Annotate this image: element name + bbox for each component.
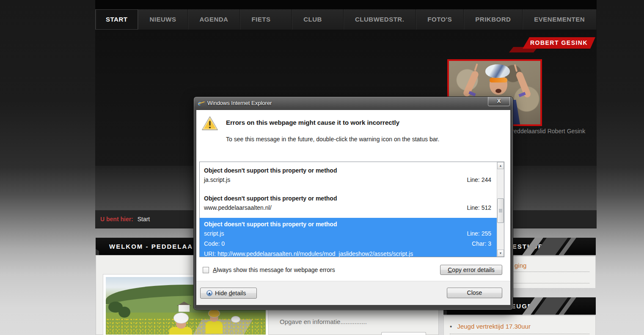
error-item-selected[interactable]: Object doesn't support this property or …	[200, 218, 497, 257]
nav-item-clubwedstr[interactable]: CLUBWEDSTR.	[344, 9, 416, 30]
photo-shape	[468, 91, 476, 96]
dialog-titlebar[interactable]: e Windows Internet Explorer X	[194, 97, 513, 110]
label-rest: etails	[232, 290, 246, 297]
label-pre: Hide	[215, 290, 229, 297]
error-message: Object doesn't support this property or …	[204, 166, 491, 175]
bestuur-link[interactable]: ging	[515, 261, 526, 271]
scrollbar-grip	[499, 209, 502, 210]
photo-shape	[514, 64, 518, 72]
warning-icon	[201, 116, 218, 133]
jeugd-link[interactable]: Jeugd vertrektijd 17.30uur	[457, 323, 530, 330]
photo-shape	[179, 305, 190, 312]
always-show-checkbox[interactable]	[203, 267, 209, 273]
error-source: www.peddelaarsaalten.nl/	[204, 203, 272, 213]
dialog-content: Errors on this webpage might cause it to…	[196, 110, 510, 305]
error-line: Line: 244	[467, 175, 491, 185]
dialog-footer: Hide details Close	[196, 281, 510, 305]
error-source: script.js	[204, 228, 224, 239]
collapse-arrow-icon	[206, 290, 212, 296]
hide-details-button[interactable]: Hide details	[200, 288, 257, 299]
mnemonic: A	[213, 266, 217, 273]
scroll-down-icon[interactable]: ▼	[497, 250, 504, 257]
error-message: Object doesn't support this property or …	[204, 220, 491, 228]
nav-item-agenda[interactable]: AGENDA	[188, 9, 240, 30]
header-notch	[96, 247, 99, 255]
scroll-up-icon[interactable]: ▲	[497, 162, 504, 169]
top-strip	[95, 0, 597, 9]
bullet-icon: •	[450, 323, 452, 330]
nav-item-prikbord[interactable]: PRIKBORD	[464, 9, 523, 30]
partial-button[interactable]	[381, 332, 426, 335]
always-show-row: Always show this message for webpage err…	[203, 266, 335, 273]
jeugd-link-row: • Jeugd vertrektijd 17.30uur	[450, 322, 589, 334]
error-code: Code: 0	[204, 239, 225, 249]
close-icon[interactable]: X	[488, 97, 510, 106]
ie-logo-icon: e	[198, 99, 206, 107]
photo-shape	[495, 89, 501, 93]
nav-item-fiets-info[interactable]: FIETS INFO	[240, 9, 292, 30]
mnemonic: C	[448, 266, 452, 273]
error-uri: URI: http://www.peddelaarsaalten.nl/modu…	[204, 249, 413, 257]
nav-item-evenementen[interactable]: EVENEMENTEN	[523, 9, 597, 30]
error-item[interactable]: Object doesn't support this property or …	[200, 192, 497, 214]
photo-shape	[173, 313, 189, 324]
label-rest: lways show this message for webpage erro…	[217, 266, 335, 273]
breadcrumb-current[interactable]: Start	[138, 216, 150, 222]
nav-item-club-info[interactable]: CLUB INFO	[292, 9, 344, 30]
jeugd-panel: • Jeugd vertrektijd 17.30uur	[443, 316, 596, 335]
photo-shape	[485, 64, 510, 78]
page: START NIEUWS AGENDA FIETS INFO CLUB INFO…	[0, 0, 644, 335]
error-line: Line: 512	[467, 203, 491, 213]
photo-shape	[231, 316, 240, 323]
scrollbar-thumb[interactable]	[497, 198, 504, 223]
error-message: Object doesn't support this property or …	[204, 194, 491, 203]
always-show-label[interactable]: Always show this message for webpage err…	[213, 266, 335, 273]
breadcrumb-prefix: U bent hier:	[100, 216, 133, 222]
error-line: Line: 255	[467, 228, 491, 239]
photo-shape	[474, 63, 478, 71]
nav-item-start[interactable]: START	[95, 9, 138, 30]
label-rest: opy error details	[452, 266, 494, 273]
article-text: Opgave en informatie...............	[280, 318, 367, 325]
slide-caption: Peddelaarslid Robert Gesink	[510, 128, 603, 135]
error-char: Char: 3	[472, 239, 491, 249]
dialog-heading: Errors on this webpage might cause it to…	[226, 119, 399, 126]
slide-title-banner: ROBERT GESINK	[523, 37, 595, 49]
photo-shape	[208, 309, 220, 318]
error-item[interactable]: Object doesn't support this property or …	[200, 164, 497, 187]
error-source: ja.script.js	[204, 175, 230, 185]
dialog-subheading: To see this message in the future, doubl…	[226, 136, 439, 143]
nav-item-nieuws[interactable]: NIEUWS	[138, 9, 188, 30]
error-list-scrollbar[interactable]: ▲ ▼	[497, 162, 504, 257]
photo-shape	[490, 78, 507, 82]
ie-error-dialog: e Windows Internet Explorer X Errors on …	[193, 96, 513, 310]
nav-item-fotos[interactable]: FOTO'S	[416, 9, 464, 30]
copy-error-details-button[interactable]: Copy error details	[440, 265, 502, 275]
photo-shape	[206, 321, 223, 334]
photo-shape	[118, 307, 130, 318]
dialog-title: Windows Internet Explorer	[207, 100, 272, 106]
main-nav: START NIEUWS AGENDA FIETS INFO CLUB INFO…	[95, 9, 597, 30]
error-list: Object doesn't support this property or …	[199, 162, 504, 257]
close-button[interactable]: Close	[447, 288, 502, 298]
